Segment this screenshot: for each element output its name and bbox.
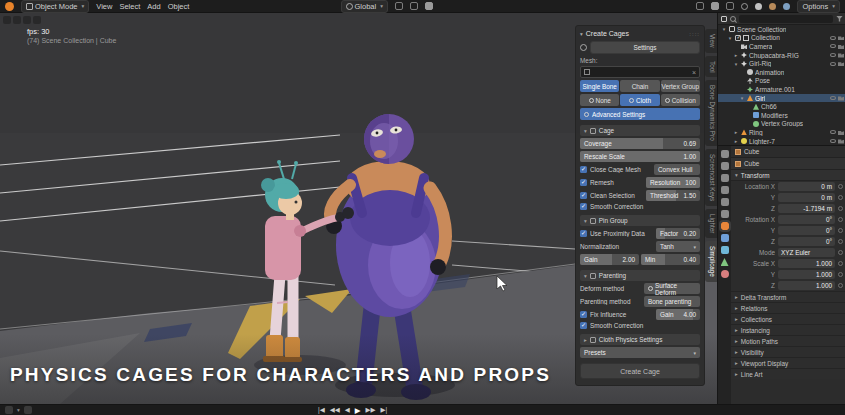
outliner-search-input[interactable] bbox=[739, 15, 833, 23]
timeline-editor-icon[interactable] bbox=[5, 406, 13, 414]
parenting-smooth-checkbox[interactable] bbox=[580, 322, 587, 329]
tab-screencast-keys[interactable]: Screencast Keys bbox=[705, 149, 717, 206]
section-visibility[interactable]: Visibility bbox=[731, 346, 845, 357]
expand-icon[interactable] bbox=[739, 95, 745, 101]
output-tab-icon[interactable] bbox=[721, 174, 729, 182]
presets-dropdown[interactable]: Presets ▾ bbox=[580, 347, 700, 358]
section-instancing[interactable]: Instancing bbox=[731, 324, 845, 335]
transform-section-header[interactable]: Transform bbox=[731, 170, 845, 181]
3d-viewport[interactable]: fps: 30 (74) Scene Collection | Cube PHY… bbox=[0, 13, 717, 404]
scale-z-field[interactable]: 1.000 bbox=[778, 281, 835, 290]
camera-visibility-icon[interactable] bbox=[838, 96, 844, 101]
camera-visibility-icon[interactable] bbox=[838, 53, 844, 58]
mesh-input[interactable] bbox=[580, 66, 700, 78]
location-z-field[interactable]: -1.7194 m bbox=[778, 204, 835, 213]
outliner-row-ring[interactable]: Ring bbox=[718, 128, 845, 137]
show-gizmo-icon[interactable] bbox=[696, 2, 704, 10]
section-collections[interactable]: Collections bbox=[731, 313, 845, 324]
tool-icon-3[interactable] bbox=[33, 16, 41, 24]
location-y-field[interactable]: 0 m bbox=[778, 193, 835, 202]
shading-wireframe-icon[interactable] bbox=[741, 3, 748, 10]
section-line-art[interactable]: Line Art bbox=[731, 368, 845, 379]
physics-collision-button[interactable]: Collision bbox=[661, 94, 700, 106]
camera-visibility-icon[interactable] bbox=[838, 61, 844, 66]
fix-influence-checkbox[interactable] bbox=[580, 311, 587, 318]
tool-icon-1[interactable] bbox=[13, 16, 21, 24]
animate-decorator-icon[interactable] bbox=[838, 184, 843, 189]
cloth-physics-section-header[interactable]: Cloth Physics Settings bbox=[580, 334, 700, 345]
editor-type-icon[interactable] bbox=[3, 16, 11, 24]
hide-eye-icon[interactable] bbox=[830, 44, 836, 48]
drag-handle-icon[interactable]: :::: bbox=[689, 31, 700, 37]
show-overlays-icon[interactable] bbox=[711, 2, 719, 10]
previous-keyframe-button[interactable]: ◀◀ bbox=[330, 406, 340, 414]
animate-decorator-icon[interactable] bbox=[838, 261, 843, 266]
collection-checkbox[interactable] bbox=[735, 35, 741, 41]
outliner-row-camera[interactable]: Camera bbox=[718, 42, 845, 51]
camera-visibility-icon[interactable] bbox=[838, 139, 844, 144]
outliner-row-ch66[interactable]: Ch66 bbox=[718, 102, 845, 111]
transform-pivot-icon[interactable] bbox=[395, 2, 403, 10]
resolution-slider[interactable]: Resolution 100 bbox=[646, 177, 700, 188]
jump-to-start-button[interactable]: |◀ bbox=[318, 406, 325, 414]
outliner-row-chupacabra-rig[interactable]: Chupacabra-RIG bbox=[718, 51, 845, 60]
outliner-row-girl[interactable]: Girl bbox=[718, 94, 845, 103]
animate-decorator-icon[interactable] bbox=[838, 217, 843, 222]
options-dropdown[interactable]: Options bbox=[797, 0, 840, 13]
next-keyframe-button[interactable]: ▶▶ bbox=[365, 406, 375, 414]
outliner-row-modifiers[interactable]: Modifiers bbox=[718, 111, 845, 120]
outliner-row-armature-001[interactable]: Armature.001 bbox=[718, 85, 845, 94]
object-mode-dropdown[interactable]: Object Mode bbox=[21, 0, 89, 13]
tab-tool[interactable]: Tool bbox=[705, 56, 717, 78]
shading-solid-icon[interactable] bbox=[755, 3, 762, 10]
factor-slider[interactable]: Factor 0.20 bbox=[656, 228, 700, 239]
deform-method-dropdown[interactable]: Surface Deform bbox=[644, 283, 700, 294]
world-tab-icon[interactable] bbox=[721, 210, 729, 218]
physics-tab-icon[interactable] bbox=[721, 246, 729, 254]
transform-orientation-dropdown[interactable]: Global bbox=[341, 0, 388, 13]
menu-add[interactable]: Add bbox=[147, 2, 160, 11]
close-cage-dropdown[interactable]: Convex Hull bbox=[654, 164, 700, 175]
outliner-row-girl-rig[interactable]: Girl-Rig bbox=[718, 59, 845, 68]
parenting-section-header[interactable]: Parenting bbox=[580, 270, 700, 281]
hide-eye-icon[interactable] bbox=[830, 53, 836, 57]
create-cage-button[interactable]: Create Cage bbox=[580, 363, 700, 379]
animate-decorator-icon[interactable] bbox=[838, 195, 843, 200]
section-delta-transform[interactable]: Delta Transform bbox=[731, 291, 845, 302]
settings-tab[interactable]: Settings bbox=[590, 41, 700, 54]
object-data-tab-icon[interactable] bbox=[721, 258, 729, 266]
blender-logo-icon[interactable] bbox=[5, 2, 14, 11]
timeline-menu-icon[interactable] bbox=[24, 406, 32, 414]
parenting-method-dropdown[interactable]: Bone parenting bbox=[644, 296, 700, 307]
tab-lighter[interactable]: Lighter bbox=[705, 209, 717, 238]
tool-icon-2[interactable] bbox=[23, 16, 31, 24]
snap-magnet-icon[interactable] bbox=[410, 2, 418, 10]
fix-gain-slider[interactable]: Gain 4.00 bbox=[656, 309, 700, 320]
outliner-row-animation[interactable]: Animation bbox=[718, 68, 845, 77]
jump-to-end-button[interactable]: ▶| bbox=[380, 406, 387, 414]
tab-view[interactable]: View bbox=[705, 29, 717, 53]
hide-eye-icon[interactable] bbox=[830, 139, 836, 143]
animate-decorator-icon[interactable] bbox=[838, 250, 843, 255]
remesh-checkbox[interactable] bbox=[580, 179, 587, 186]
coverage-slider[interactable]: Coverage 0.69 bbox=[580, 138, 700, 149]
modifiers-tab-icon[interactable] bbox=[721, 234, 729, 242]
outliner-row-vertex-groups[interactable]: Vertex Groups bbox=[718, 120, 845, 129]
close-cage-checkbox[interactable] bbox=[580, 166, 587, 173]
xray-toggle-icon[interactable] bbox=[726, 2, 734, 10]
location-x-field[interactable]: 0 m bbox=[778, 182, 835, 191]
outliner-row-scene-collection[interactable]: Scene Collection bbox=[718, 25, 845, 34]
tool-tab-icon[interactable] bbox=[721, 150, 729, 158]
hide-eye-icon[interactable] bbox=[830, 36, 836, 40]
clean-selection-checkbox[interactable] bbox=[580, 192, 587, 199]
shading-rendered-icon[interactable] bbox=[783, 3, 790, 10]
shading-material-icon[interactable] bbox=[769, 3, 776, 10]
render-tab-icon[interactable] bbox=[721, 162, 729, 170]
section-relations[interactable]: Relations bbox=[731, 302, 845, 313]
normalization-dropdown[interactable]: Tanh▾ bbox=[656, 241, 700, 252]
outliner-editor-icon[interactable] bbox=[721, 16, 727, 22]
section-viewport-display[interactable]: Viewport Display bbox=[731, 357, 845, 368]
hide-eye-icon[interactable] bbox=[830, 62, 836, 66]
expand-icon[interactable] bbox=[733, 61, 739, 67]
single-bone-button[interactable]: Single Bone bbox=[580, 80, 619, 92]
